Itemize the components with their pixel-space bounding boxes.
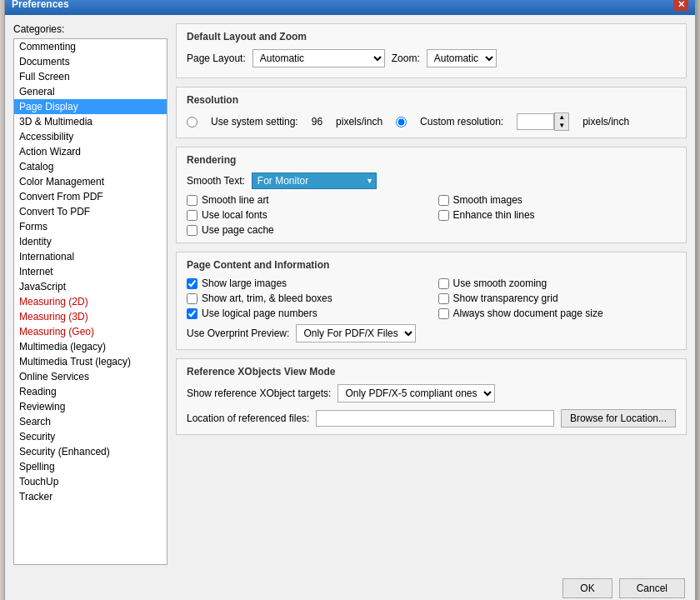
show-reference-select[interactable]: Only PDF/X-5 compliant ones All None [338,384,495,402]
category-item-internet[interactable]: Internet [14,264,167,279]
layout-zoom-title: Default Layout and Zoom [187,31,676,42]
dialog-title: Preferences [12,0,69,10]
resolution-decrement[interactable]: ▼ [555,122,568,130]
cancel-button[interactable]: Cancel [619,578,685,598]
category-item-spelling[interactable]: Spelling [14,459,167,474]
categories-label: Categories: [13,23,168,35]
smooth-text-select[interactable]: For Monitor For Laptop/LCD None [252,172,377,189]
show-art-bleed-row: Show art, trim, & bleed boxes [187,292,425,304]
category-item-convert-from-pdf[interactable]: Convert From PDF [14,189,167,204]
category-item-online-services[interactable]: Online Services [14,369,167,384]
use-system-radio[interactable] [187,117,198,128]
show-transparency-grid-label: Show transparency grid [453,292,558,304]
category-item-measuring-2d[interactable]: Measuring (2D) [14,294,167,309]
custom-resolution-label: Custom resolution: [420,116,503,128]
use-logical-page-numbers-checkbox[interactable] [187,308,198,319]
ok-button[interactable]: OK [562,578,612,598]
category-item-javascript[interactable]: JavaScript [14,279,167,294]
category-item-tracker[interactable]: Tracker [14,489,167,504]
show-transparency-grid-checkbox[interactable] [438,293,449,304]
use-local-fonts-checkbox[interactable] [187,210,198,221]
category-item-accessibility[interactable]: Accessibility [14,129,167,144]
category-item-documents[interactable]: Documents [14,54,167,69]
smooth-line-art-checkbox[interactable] [187,195,198,206]
category-item-action-wizard[interactable]: Action Wizard [14,144,167,159]
close-button[interactable]: ✕ [673,0,688,11]
enhance-thin-lines-row: Enhance thin lines [438,209,677,221]
page-layout-select[interactable]: Automatic Single Page Single Page Contin… [252,49,385,68]
page-layout-label: Page Layout: [187,52,246,64]
show-reference-label: Show reference XObject targets: [187,388,331,399]
category-item-multimedia-legacy[interactable]: Multimedia (legacy) [14,339,167,354]
custom-resolution-radio[interactable] [396,117,407,128]
category-item-3d-multimedia[interactable]: 3D & Multimedia [14,114,167,129]
custom-pixels-inch-label: pixels/inch [582,116,629,128]
smooth-line-art-row: Smooth line art [187,194,425,206]
use-smooth-zooming-label: Use smooth zooming [453,278,548,289]
category-item-convert-to-pdf[interactable]: Convert To PDF [14,204,167,219]
enhance-thin-lines-label: Enhance thin lines [453,209,535,221]
show-art-bleed-label: Show art, trim, & bleed boxes [202,292,332,304]
smooth-text-dropdown-wrapper[interactable]: For Monitor For Laptop/LCD None [252,172,377,189]
show-large-images-checkbox[interactable] [187,278,198,289]
category-item-general[interactable]: General [14,84,167,99]
zoom-select[interactable]: Automatic Fit Page Fit Width 100% [427,49,497,68]
rendering-content: Smooth Text: For Monitor For Laptop/LCD … [187,172,676,236]
category-item-catalog[interactable]: Catalog [14,159,167,174]
category-item-security-enhanced[interactable]: Security (Enhanced) [14,444,167,459]
category-item-forms[interactable]: Forms [14,219,167,234]
category-item-touchup[interactable]: TouchUp [14,474,167,489]
resolution-title: Resolution [187,94,676,106]
show-large-images-row: Show large images [187,278,425,289]
category-item-identity[interactable]: Identity [14,234,167,249]
zoom-label: Zoom: [392,52,420,64]
smooth-images-row: Smooth images [438,194,677,206]
page-content-title: Page Content and Information [187,259,676,271]
categories-list[interactable]: CommentingDocumentsFull ScreenGeneralPag… [13,38,168,565]
category-item-measuring-geo[interactable]: Measuring (Geo) [14,324,167,339]
pixels-inch-label: pixels/inch [336,116,382,128]
location-input[interactable] [316,410,554,427]
rendering-section: Rendering Smooth Text: For Monitor For L… [176,147,687,243]
always-show-doc-size-checkbox[interactable] [438,308,449,319]
resolution-section: Resolution Use system setting: 96 pixels… [176,87,687,138]
category-item-security[interactable]: Security [14,429,167,444]
category-item-reviewing[interactable]: Reviewing [14,399,167,414]
category-item-search[interactable]: Search [14,414,167,429]
category-item-full-screen[interactable]: Full Screen [14,69,167,84]
show-large-images-label: Show large images [202,278,287,289]
smooth-images-label: Smooth images [453,194,522,206]
resolution-spinner[interactable]: ▲ ▼ [554,112,569,131]
category-item-reading[interactable]: Reading [14,384,167,399]
overprint-select[interactable]: Only For PDF/X Files Always Never [296,324,416,342]
use-system-label: Use system setting: [211,116,298,128]
category-item-multimedia-trust[interactable]: Multimedia Trust (legacy) [14,354,167,369]
page-content-grid: Show large images Use smooth zooming Sho… [187,278,676,319]
category-item-commenting[interactable]: Commenting [14,39,167,54]
overprint-row: Use Overprint Preview: Only For PDF/X Fi… [187,324,676,342]
resolution-increment[interactable]: ▲ [555,113,568,122]
browse-button[interactable]: Browse for Location... [561,409,676,428]
show-art-bleed-checkbox[interactable] [187,293,198,304]
enhance-thin-lines-checkbox[interactable] [438,210,449,221]
category-item-measuring-3d[interactable]: Measuring (3D) [14,309,167,324]
smooth-text-label: Smooth Text: [187,175,245,187]
show-reference-row: Show reference XObject targets: Only PDF… [187,384,676,402]
use-smooth-zooming-checkbox[interactable] [438,278,449,289]
category-item-color-management[interactable]: Color Management [14,174,167,189]
category-item-page-display[interactable]: Page Display [14,99,167,114]
custom-resolution-input[interactable]: 119 [517,113,554,130]
reference-xobjects-section: Reference XObjects View Mode Show refere… [176,358,687,435]
use-logical-page-numbers-row: Use logical page numbers [187,308,425,319]
use-local-fonts-label: Use local fonts [202,209,268,221]
categories-panel: Categories: CommentingDocumentsFull Scre… [13,23,168,565]
content-panel: Default Layout and Zoom Page Layout: Aut… [176,23,687,565]
layout-zoom-section: Default Layout and Zoom Page Layout: Aut… [176,23,687,78]
dialog-body: Categories: CommentingDocumentsFull Scre… [5,15,695,573]
use-page-cache-checkbox[interactable] [187,225,198,236]
rendering-checkboxes: Smooth line art Smooth images Use local … [187,194,676,236]
use-smooth-zooming-row: Use smooth zooming [438,278,677,289]
smooth-images-checkbox[interactable] [438,195,449,206]
category-item-international[interactable]: International [14,249,167,264]
location-label: Location of referenced files: [187,412,309,424]
